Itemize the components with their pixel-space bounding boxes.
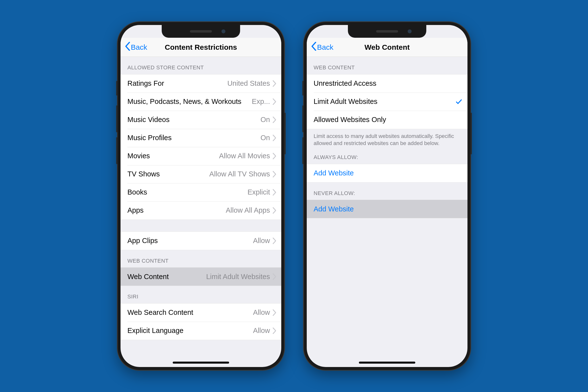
row-label: Add Website	[314, 169, 462, 177]
row-value: Limit Adult Websites	[206, 273, 270, 281]
front-camera	[222, 30, 226, 33]
phone-left: Back Content Restrictions ALLOWED STORE …	[118, 22, 284, 370]
row-label: Web Search Content	[128, 308, 253, 316]
row-music-videos[interactable]: Music Videos On	[120, 111, 281, 129]
option-unrestricted[interactable]: Unrestricted Access	[307, 74, 468, 92]
row-value: Allow	[253, 326, 270, 335]
group-store: Ratings For United States Music, Podcast…	[120, 74, 281, 220]
row-value: Allow	[253, 237, 270, 245]
back-button[interactable]: Back	[311, 42, 334, 52]
content-scroll[interactable]: WEB CONTENT Unrestricted Access Limit Ad…	[307, 57, 468, 367]
checkmark-icon	[455, 98, 462, 105]
row-web-content[interactable]: Web Content Limit Adult Websites	[120, 268, 281, 286]
volume-up-button	[302, 105, 304, 132]
group-always-allow: Add Website	[307, 164, 468, 182]
option-label: Limit Adult Websites	[314, 98, 453, 106]
section-header-web: WEB CONTENT	[120, 250, 281, 268]
row-web-search[interactable]: Web Search Content Allow	[120, 304, 281, 322]
chevron-left-icon	[125, 42, 130, 52]
row-value: Allow All Movies	[219, 152, 270, 160]
row-music-podcasts[interactable]: Music, Podcasts, News, & Workouts Exp...	[120, 92, 281, 111]
volume-down-button	[302, 137, 304, 164]
row-value: Exp...	[252, 98, 270, 106]
chevron-right-icon	[272, 274, 276, 280]
row-explicit-language[interactable]: Explicit Language Allow	[120, 322, 281, 340]
row-label: Music Videos	[128, 116, 260, 124]
row-app-clips[interactable]: App Clips Allow	[120, 232, 281, 250]
chevron-right-icon	[272, 80, 276, 87]
add-website-always[interactable]: Add Website	[307, 164, 468, 182]
chevron-right-icon	[272, 116, 276, 123]
section-header-webcontent: WEB CONTENT	[307, 57, 468, 74]
chevron-right-icon	[272, 189, 276, 196]
power-button	[470, 113, 472, 154]
add-website-never[interactable]: Add Website	[307, 200, 468, 218]
home-indicator[interactable]	[359, 362, 415, 364]
chevron-right-icon	[272, 207, 276, 214]
chevron-right-icon	[272, 238, 276, 244]
row-label: Web Content	[128, 273, 206, 281]
row-value: Explicit	[248, 188, 270, 196]
row-label: Explicit Language	[128, 326, 253, 335]
section-header-store: ALLOWED STORE CONTENT	[120, 57, 281, 74]
row-label: TV Shows	[128, 170, 209, 178]
row-label: Ratings For	[128, 80, 227, 88]
volume-down-button	[116, 137, 118, 164]
row-label: App Clips	[128, 237, 253, 245]
section-footer: Limit access to many adult websites auto…	[307, 129, 468, 150]
home-indicator[interactable]	[173, 362, 229, 364]
row-value: Allow All TV Shows	[209, 170, 270, 178]
front-camera	[408, 30, 412, 33]
content-scroll[interactable]: ALLOWED STORE CONTENT Ratings For United…	[120, 57, 281, 367]
row-label: Movies	[128, 152, 219, 160]
section-header-always: ALWAYS ALLOW:	[307, 150, 468, 164]
row-value: Allow All Apps	[226, 206, 270, 214]
chevron-right-icon	[272, 135, 276, 141]
chevron-right-icon	[272, 171, 276, 178]
back-button[interactable]: Back	[125, 42, 147, 52]
back-label: Back	[317, 43, 334, 52]
group-web: Web Content Limit Adult Websites	[120, 267, 281, 286]
group-never-allow: Add Website	[307, 200, 468, 218]
notch	[162, 25, 240, 38]
row-tv-shows[interactable]: TV Shows Allow All TV Shows	[120, 165, 281, 183]
section-header-siri: SIRI	[120, 286, 281, 303]
option-label: Unrestricted Access	[314, 80, 462, 88]
option-limit-adult[interactable]: Limit Adult Websites	[307, 92, 468, 111]
volume-up-button	[116, 105, 118, 132]
row-label: Books	[128, 188, 248, 196]
chevron-left-icon	[311, 42, 316, 52]
speaker-grille	[376, 30, 398, 32]
back-label: Back	[131, 43, 147, 52]
section-header-never: NEVER ALLOW:	[307, 182, 468, 200]
group-appclips: App Clips Allow	[120, 232, 281, 250]
row-label: Music Profiles	[128, 134, 260, 142]
row-value: Allow	[253, 308, 270, 316]
group-siri: Web Search Content Allow Explicit Langua…	[120, 303, 281, 340]
mute-switch	[302, 81, 304, 96]
chevron-right-icon	[272, 310, 276, 316]
row-apps[interactable]: Apps Allow All Apps	[120, 202, 281, 220]
row-value: On	[260, 116, 270, 124]
chevron-right-icon	[272, 153, 276, 159]
phone-right: Back Web Content WEB CONTENT Unrestricte…	[304, 22, 470, 370]
speaker-grille	[190, 30, 212, 32]
row-value: On	[260, 134, 270, 142]
row-label: Apps	[128, 206, 226, 214]
row-label: Add Website	[314, 205, 462, 213]
chevron-right-icon	[272, 328, 276, 334]
navbar: Back Web Content	[307, 38, 468, 57]
option-allowed-only[interactable]: Allowed Websites Only	[307, 111, 468, 129]
row-label: Music, Podcasts, News, & Workouts	[128, 98, 252, 106]
navbar: Back Content Restrictions	[120, 38, 281, 57]
group-options: Unrestricted Access Limit Adult Websites…	[307, 74, 468, 129]
power-button	[284, 113, 286, 154]
row-ratings-for[interactable]: Ratings For United States	[120, 74, 281, 92]
chevron-right-icon	[272, 98, 276, 105]
row-music-profiles[interactable]: Music Profiles On	[120, 129, 281, 147]
row-value: United States	[227, 80, 270, 88]
notch	[348, 25, 426, 38]
row-books[interactable]: Books Explicit	[120, 183, 281, 202]
row-movies[interactable]: Movies Allow All Movies	[120, 147, 281, 165]
mute-switch	[116, 81, 118, 96]
